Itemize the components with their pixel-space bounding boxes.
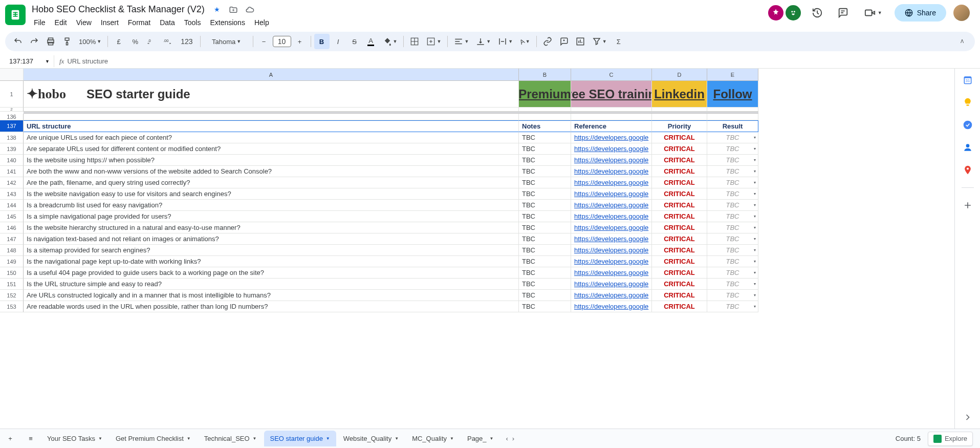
menu-file[interactable]: File (30, 16, 50, 29)
fill-color-button[interactable]: ▼ (380, 34, 401, 49)
cell[interactable]: https://developers.google (571, 143, 652, 155)
row-header[interactable]: 147 (0, 233, 24, 245)
sheet-tab[interactable]: Get Premium Checklist▼ (110, 431, 197, 446)
cloud-status-icon[interactable] (245, 5, 255, 15)
row-header[interactable]: 140 (0, 155, 24, 166)
cell[interactable]: CRITICAL (652, 301, 707, 312)
row-header[interactable]: 1 (0, 81, 24, 108)
cell[interactable]: Is a useful 404 page provided to guide u… (24, 267, 519, 279)
cell[interactable]: TBC (519, 143, 571, 155)
cell[interactable]: TBC (519, 132, 571, 143)
select-all-corner[interactable] (0, 69, 24, 81)
row-header[interactable]: 138 (0, 132, 24, 143)
cell[interactable]: Is the website using https:// when possi… (24, 155, 519, 166)
cell[interactable]: TBC (519, 267, 571, 279)
menu-format[interactable]: Format (124, 16, 155, 29)
cell[interactable]: https://developers.google (571, 155, 652, 166)
decrease-decimal-button[interactable]: .0 (144, 34, 159, 49)
cell[interactable]: CRITICAL (652, 177, 707, 188)
sheet-tab[interactable]: Technical_SEO▼ (198, 431, 263, 446)
cell[interactable]: TBC (707, 233, 758, 245)
cell[interactable]: TBC (707, 222, 758, 233)
row-header[interactable]: 152 (0, 290, 24, 301)
collapse-toolbar-button[interactable]: ᐱ (954, 34, 970, 49)
font-family-dropdown[interactable]: Tahoma ▼ (204, 34, 250, 49)
star-icon[interactable]: ★ (212, 5, 222, 15)
sheet-tab[interactable]: MC_Quality▼ (406, 431, 460, 446)
font-size-input[interactable]: 10 (273, 36, 291, 47)
text-color-button[interactable]: A (363, 34, 379, 49)
cell[interactable]: TBC (707, 267, 758, 279)
selection-count[interactable]: Count: 5 (896, 435, 921, 442)
cell[interactable]: TBC (519, 290, 571, 301)
account-avatar[interactable] (953, 5, 970, 21)
row-header[interactable]: 139 (0, 143, 24, 155)
text-rotation-button[interactable]: A▼ (517, 34, 533, 49)
cell[interactable]: CRITICAL (652, 290, 707, 301)
calendar-icon[interactable]: 31 (963, 75, 973, 85)
print-button[interactable] (43, 34, 58, 49)
cell[interactable]: TBC (707, 279, 758, 290)
meet-button[interactable]: ▼ (859, 4, 887, 22)
col-header-a[interactable]: A (24, 69, 519, 81)
cell[interactable]: CRITICAL (652, 143, 707, 155)
cell[interactable]: CRITICAL (652, 233, 707, 245)
tab-scroll-right[interactable]: › (512, 435, 514, 442)
row-header[interactable]: 151 (0, 279, 24, 290)
cell[interactable]: TBC (519, 166, 571, 177)
cell[interactable]: CRITICAL (652, 155, 707, 166)
sheet-tab[interactable]: SEO starter guide▼ (264, 431, 336, 446)
insert-link-button[interactable] (540, 34, 555, 49)
cell[interactable]: Is the website hierarchy structured in a… (24, 222, 519, 233)
cell[interactable]: CRITICAL (652, 211, 707, 222)
undo-button[interactable] (10, 34, 26, 49)
functions-button[interactable]: Σ (611, 34, 626, 49)
cell[interactable]: CRITICAL (652, 222, 707, 233)
paint-format-button[interactable] (59, 34, 75, 49)
all-sheets-button[interactable]: ≡ (20, 430, 41, 448)
menu-view[interactable]: View (72, 16, 96, 29)
cell[interactable]: Is the website navigation easy to use fo… (24, 188, 519, 200)
sheets-app-icon[interactable] (5, 5, 26, 25)
cell[interactable]: TBC (519, 155, 571, 166)
col-header-d[interactable]: D (652, 69, 707, 81)
cell[interactable]: https://developers.google (571, 166, 652, 177)
percent-button[interactable]: % (127, 34, 143, 49)
cell[interactable]: TBC (519, 279, 571, 290)
col-header-e[interactable]: E (707, 69, 758, 81)
menu-data[interactable]: Data (156, 16, 179, 29)
menu-edit[interactable]: Edit (51, 16, 71, 29)
cell[interactable]: TBC (707, 200, 758, 211)
cell[interactable]: https://developers.google (571, 177, 652, 188)
cell[interactable]: CRITICAL (652, 256, 707, 267)
cell[interactable]: TBC (707, 290, 758, 301)
row-header[interactable]: 137 (0, 120, 24, 132)
cell[interactable]: Is a simple navigational page provided f… (24, 211, 519, 222)
cell[interactable]: Is a breadcrumb list used for easy navig… (24, 200, 519, 211)
text-wrap-button[interactable]: ▼ (495, 34, 516, 49)
add-sheet-button[interactable]: + (0, 430, 20, 448)
redo-button[interactable] (27, 34, 42, 49)
cell[interactable]: https://developers.google (571, 245, 652, 256)
cell[interactable]: CRITICAL (652, 132, 707, 143)
menu-extensions[interactable]: Extensions (206, 16, 249, 29)
cell[interactable]: Is navigation text-based and not reliant… (24, 233, 519, 245)
row-header[interactable]: 136 (0, 114, 24, 120)
document-title[interactable]: Hobo SEO Checklist & Task Manager (V2) (30, 4, 207, 15)
row-header[interactable]: 2 (0, 108, 24, 112)
cell[interactable]: https://developers.google (571, 301, 652, 312)
collaborator-avatars[interactable] (768, 5, 801, 20)
cell[interactable]: TBC (707, 143, 758, 155)
cell[interactable]: TBC (519, 233, 571, 245)
col-header-c[interactable]: C (571, 69, 652, 81)
number-format-button[interactable]: 123 (177, 34, 197, 49)
cell[interactable]: TBC (519, 200, 571, 211)
cell[interactable]: TBC (707, 256, 758, 267)
row-header[interactable]: 141 (0, 166, 24, 177)
cell[interactable]: TBC (707, 188, 758, 200)
cell[interactable]: CRITICAL (652, 166, 707, 177)
decrease-font-size-button[interactable]: − (256, 34, 272, 49)
cell[interactable]: Are the path, filename, and query string… (24, 177, 519, 188)
cell[interactable]: CRITICAL (652, 267, 707, 279)
italic-button[interactable]: I (331, 34, 346, 49)
